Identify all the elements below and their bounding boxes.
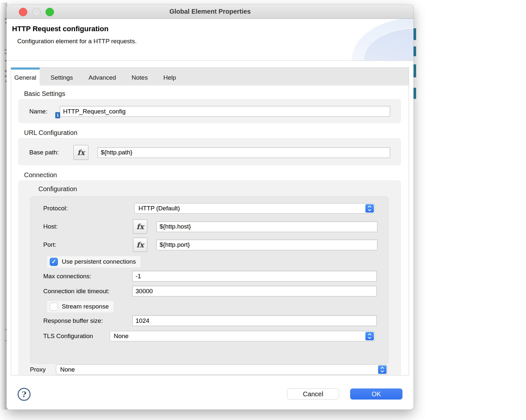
window-title: Global Element Properties bbox=[7, 5, 414, 19]
connection-section: Configuration Protocol: HTTP (Default) H… bbox=[18, 180, 401, 375]
configuration-group-title: Configuration bbox=[38, 185, 77, 193]
check-icon: ✓ bbox=[51, 258, 56, 265]
background-accent-bar bbox=[414, 46, 416, 56]
expression-fx-button[interactable]: fx bbox=[73, 145, 88, 160]
tab-strip: General Settings Advanced Notes Help bbox=[11, 68, 409, 85]
title-bar: Global Element Properties bbox=[7, 5, 414, 19]
background-accent-bar bbox=[414, 64, 416, 77]
use-persistent-connections-checkbox[interactable]: ✓ bbox=[50, 258, 58, 266]
basic-settings-section: Name: i bbox=[18, 99, 401, 123]
tab-general[interactable]: General bbox=[11, 68, 40, 85]
tls-configuration-dropdown[interactable]: None bbox=[110, 331, 375, 341]
base-path-label: Base path: bbox=[29, 149, 73, 156]
background-accent-bar bbox=[414, 88, 416, 99]
name-input[interactable] bbox=[60, 106, 390, 117]
cancel-button[interactable]: Cancel bbox=[287, 388, 339, 400]
configuration-group: Protocol: HTTP (Default) Host: fx bbox=[30, 196, 388, 364]
dialog-description: Configuration element for a HTTP request… bbox=[7, 33, 414, 45]
stream-response-label: Stream response bbox=[62, 303, 109, 310]
protocol-label: Protocol: bbox=[43, 205, 134, 212]
use-persistent-connections-checkbox-row[interactable]: ✓ Use persistent connections bbox=[47, 256, 140, 268]
background-app-edge bbox=[0, 3, 7, 410]
expression-fx-button[interactable]: fx bbox=[133, 238, 147, 252]
proxy-label: Proxy bbox=[30, 366, 56, 373]
dropdown-stepper-icon bbox=[365, 332, 374, 340]
stream-response-checkbox[interactable]: ✓ bbox=[50, 303, 58, 311]
url-configuration-section: Base path: fx bbox=[18, 138, 401, 165]
url-configuration-section-title: URL Configuration bbox=[24, 129, 401, 137]
screen: { "window": { "title": "Global Element P… bbox=[0, 0, 526, 420]
max-connections-label: Max connections: bbox=[43, 273, 132, 280]
name-label: Name: i bbox=[29, 108, 55, 115]
proxy-dropdown[interactable]: None bbox=[56, 364, 388, 375]
tab-advanced[interactable]: Advanced bbox=[84, 68, 121, 85]
response-buffer-size-label: Response buffer size: bbox=[43, 317, 132, 324]
dialog-header: HTTP Request configuration Configuration… bbox=[7, 19, 414, 61]
connection-section-title: Connection bbox=[24, 171, 401, 179]
protocol-dropdown[interactable]: HTTP (Default) bbox=[134, 203, 375, 214]
dropdown-stepper-icon bbox=[378, 365, 387, 374]
tab-panel: General Settings Advanced Notes Help Bas… bbox=[11, 67, 409, 375]
tls-configuration-label: TLS Configuration bbox=[43, 333, 110, 340]
max-connections-input[interactable] bbox=[132, 271, 377, 282]
host-label: Host: bbox=[43, 223, 133, 230]
connection-idle-timeout-label: Connection idle timeout: bbox=[43, 288, 132, 295]
basic-settings-section-title: Basic Settings bbox=[24, 90, 401, 98]
background-accent-bar bbox=[414, 28, 416, 40]
tab-help[interactable]: Help bbox=[159, 68, 180, 85]
base-path-input[interactable] bbox=[98, 147, 390, 158]
ok-button[interactable]: OK bbox=[350, 388, 402, 400]
response-buffer-size-input[interactable] bbox=[132, 315, 377, 326]
info-icon: i bbox=[55, 112, 60, 118]
global-element-properties-dialog: Global Element Properties HTTP Request c… bbox=[7, 5, 414, 410]
dropdown-stepper-icon bbox=[365, 204, 374, 213]
port-input[interactable] bbox=[156, 240, 377, 250]
tab-notes[interactable]: Notes bbox=[127, 68, 152, 85]
tab-settings[interactable]: Settings bbox=[46, 68, 78, 85]
connection-idle-timeout-input[interactable] bbox=[132, 286, 377, 296]
help-button[interactable]: ? bbox=[18, 388, 31, 401]
general-tab-content: Basic Settings Name: i URL Configuration… bbox=[11, 85, 409, 375]
port-label: Port: bbox=[43, 241, 133, 248]
dialog-title: HTTP Request configuration bbox=[7, 19, 414, 33]
use-persistent-connections-label: Use persistent connections bbox=[62, 258, 136, 265]
stream-response-checkbox-row[interactable]: ✓ Stream response bbox=[47, 301, 113, 312]
expression-fx-button[interactable]: fx bbox=[133, 219, 147, 234]
host-input[interactable] bbox=[156, 221, 377, 232]
